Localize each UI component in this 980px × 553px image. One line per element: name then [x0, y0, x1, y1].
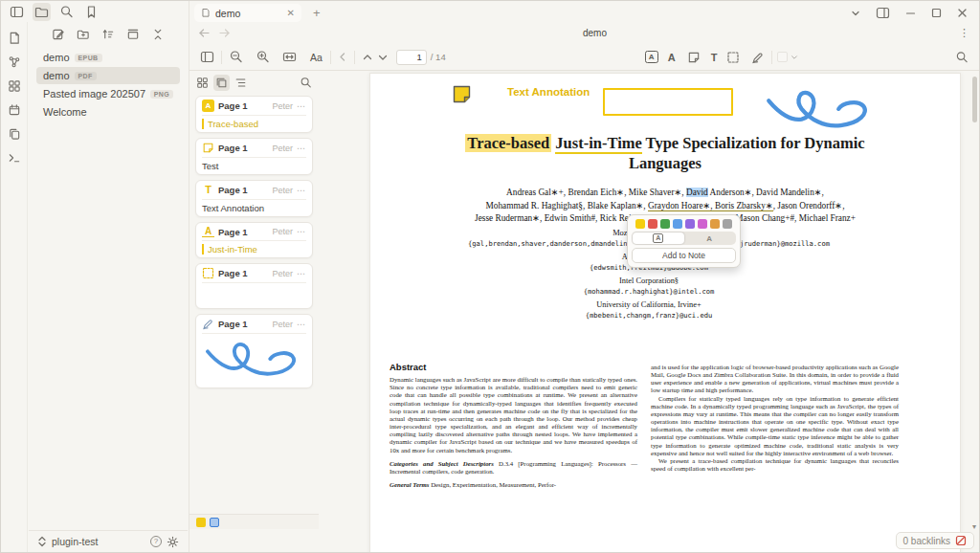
thumbnail-view-icon[interactable] [196, 77, 209, 89]
fit-width-icon[interactable] [280, 48, 299, 66]
vault-name: plugin-test [52, 536, 98, 547]
annotation-sidebar-header [189, 71, 319, 94]
green-swatch[interactable] [660, 219, 670, 229]
settings-gear-icon[interactable] [167, 536, 179, 548]
annotation-search-icon[interactable] [300, 77, 312, 89]
back-arrow-icon[interactable] [198, 28, 211, 38]
file-item-pasted-image[interactable]: Pasted image 20250718215213 PNG [36, 85, 180, 102]
magenta-swatch[interactable] [698, 219, 707, 229]
annotation-card-underline[interactable]: A Page 1 Peter ⋯ Just-in-Time [195, 222, 313, 258]
blue-filter-swatch[interactable] [210, 518, 219, 527]
red-swatch[interactable] [648, 219, 657, 229]
annotation-card-note[interactable]: Page 1 Peter ⋯ Test [195, 138, 313, 175]
scroll-down-arrow-icon[interactable]: ▾ [972, 522, 976, 531]
daily-note-icon[interactable] [8, 103, 21, 117]
zoom-in-icon[interactable] [254, 48, 272, 66]
card-menu-icon[interactable]: ⋯ [297, 269, 306, 278]
previous-page-icon[interactable] [360, 51, 375, 64]
bookmarks-tab-icon[interactable] [82, 3, 100, 21]
more-options-icon[interactable]: ⋮ [959, 27, 970, 39]
card-menu-icon[interactable]: ⋯ [297, 144, 306, 153]
yellow-swatch[interactable] [635, 219, 645, 229]
text-annotation-icon: T [202, 184, 214, 196]
collapse-toolbar-chevron-icon[interactable] [336, 50, 349, 64]
sync-error-icon[interactable] [955, 535, 967, 546]
sticky-note-tool-icon[interactable] [685, 49, 702, 66]
card-menu-icon[interactable]: ⋯ [297, 320, 306, 329]
help-icon[interactable]: ? [150, 536, 162, 547]
file-item-demo-epub[interactable]: demo EPUB [36, 49, 180, 66]
card-menu-icon[interactable]: ⋯ [297, 101, 306, 111]
next-page-icon[interactable] [375, 51, 390, 64]
new-tab-button[interactable]: + [309, 6, 324, 20]
color-picker-dropdown[interactable] [777, 52, 798, 62]
backlinks-count[interactable]: 0 backlinks [903, 536, 950, 546]
yellow-filter-swatch[interactable] [196, 518, 206, 527]
tab-close-icon[interactable]: ✕ [287, 8, 295, 18]
annotation-card-ink[interactable]: Page 1 Peter ⋯ [195, 314, 313, 388]
annotation-card-highlight[interactable]: A Page 1 Peter ⋯ Trace-based [195, 96, 313, 133]
sort-order-icon[interactable] [101, 28, 115, 41]
right-sidebar-toggle-icon[interactable] [876, 6, 890, 20]
zoom-out-icon[interactable] [227, 48, 245, 66]
rectangle-annotation-icon [202, 267, 214, 279]
pdf-search-icon[interactable] [953, 49, 970, 66]
graph-view-icon[interactable] [8, 55, 21, 69]
forward-arrow-icon[interactable] [218, 28, 231, 38]
font-settings-button[interactable]: Aa [307, 52, 325, 63]
tab-list-chevron-icon[interactable] [851, 9, 860, 18]
sticky-note-annotation[interactable] [453, 85, 471, 103]
new-folder-icon[interactable] [77, 28, 90, 41]
annotation-cards-view-icon[interactable] [213, 75, 230, 91]
highlight-tool-icon[interactable]: A [645, 51, 658, 63]
orange-swatch[interactable] [710, 219, 720, 229]
minimize-icon[interactable] [905, 8, 916, 18]
file-item-welcome[interactable]: Welcome [36, 103, 180, 121]
files-tab-icon[interactable] [33, 3, 51, 21]
new-note-icon[interactable] [52, 28, 65, 41]
rectangle-annotation[interactable] [603, 88, 733, 116]
gray-swatch[interactable] [723, 219, 732, 229]
pdf-viewer[interactable]: Text Annotation Trace-based Just-in-Time… [319, 71, 979, 552]
text-annotation-tool-icon[interactable]: T [711, 52, 718, 63]
freetext-annotation[interactable]: Text Annotation [507, 86, 590, 98]
left-sidebar-toggle-icon[interactable] [8, 3, 26, 21]
ink-annotation-drawing[interactable] [765, 83, 878, 139]
search-tab-icon[interactable] [57, 3, 76, 21]
underlined-text[interactable]: Just-in-Time [555, 134, 641, 154]
vault-switcher[interactable]: plugin-test ? [29, 530, 188, 552]
tab-demo[interactable]: demo ✕ [194, 4, 301, 22]
ink-tool-icon[interactable] [749, 49, 767, 66]
annotation-card-rectangle[interactable]: Page 1 Peter ⋯ [195, 263, 313, 309]
underline-annotation-text[interactable]: Graydon Hoare∗, Boris Zbarsky∗ [648, 201, 773, 211]
card-menu-icon[interactable]: ⋯ [297, 186, 306, 195]
expand-all-icon[interactable] [126, 28, 140, 41]
blue-swatch[interactable] [673, 219, 682, 229]
add-to-note-button[interactable]: Add to Note [632, 248, 736, 263]
terminal-icon[interactable] [8, 151, 21, 165]
popup-underline-button[interactable]: A [684, 232, 736, 244]
page-number-input[interactable]: 1 [396, 50, 427, 65]
pdf-sidebar-toggle-icon[interactable] [198, 48, 216, 66]
popup-highlight-button[interactable]: A [633, 232, 684, 244]
collapse-all-icon[interactable] [151, 28, 165, 41]
quick-switcher-icon[interactable] [8, 32, 21, 45]
card-menu-icon[interactable]: ⋯ [297, 227, 306, 236]
app-window: demo EPUB demo PDF Pasted image 20250718… [0, 0, 980, 553]
underline-tool-icon[interactable]: A [667, 52, 677, 63]
outline-view-icon[interactable] [234, 77, 247, 89]
file-type-badge: EPUB [75, 54, 102, 62]
close-window-icon[interactable] [957, 8, 968, 18]
selected-text[interactable]: David [686, 188, 708, 197]
file-name: Pasted image 20250718215213 [43, 88, 145, 100]
rectangle-select-tool-icon[interactable] [725, 50, 741, 65]
file-item-demo-pdf[interactable]: demo PDF [36, 67, 180, 84]
purple-swatch[interactable] [685, 219, 695, 229]
highlighted-text[interactable]: Trace-based [465, 134, 551, 152]
card-author: Peter [272, 227, 293, 236]
maximize-icon[interactable] [931, 8, 942, 18]
annotation-card-text[interactable]: T Page 1 Peter ⋯ Text Annotation [195, 180, 313, 217]
templates-icon[interactable] [8, 127, 21, 141]
scrollbar-thumb[interactable] [972, 77, 977, 122]
canvas-icon[interactable] [8, 79, 21, 93]
